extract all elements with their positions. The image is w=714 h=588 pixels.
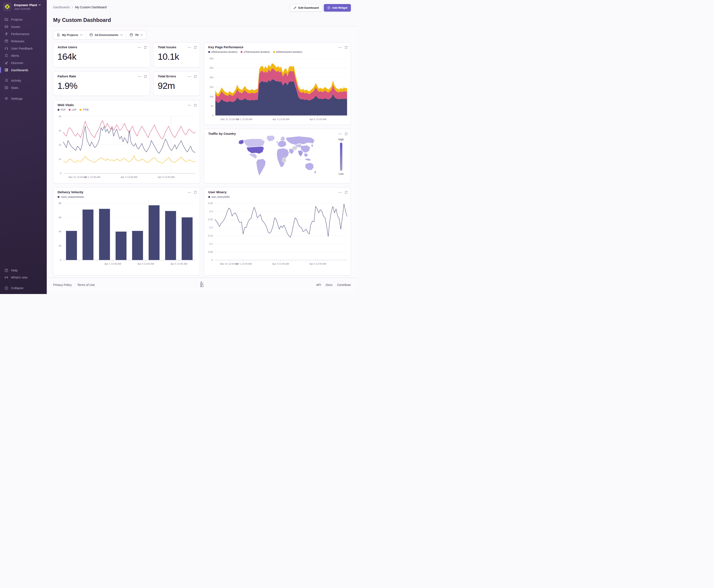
svg-text:0.05: 0.05 <box>208 251 213 253</box>
user-feedback-icon <box>4 46 8 50</box>
widget-title: Failure Rate <box>58 75 76 78</box>
chevron-down-icon <box>120 34 123 36</box>
svg-text:Apr 5 12:00 AM: Apr 5 12:00 AM <box>158 176 174 178</box>
svg-text:Apr 1 12:00 AM: Apr 1 12:00 AM <box>236 118 253 121</box>
svg-text:0.35: 0.35 <box>208 202 213 205</box>
project-file-icon <box>57 33 60 37</box>
plus-circle-icon <box>327 6 330 9</box>
breadcrumb-dashboards-link[interactable]: Dashboards <box>53 5 70 9</box>
svg-text:Apr 3 12:00 AM: Apr 3 12:00 AM <box>137 262 154 265</box>
widget-expand-button[interactable] <box>144 75 147 78</box>
sidebar-item-activity[interactable]: Activity <box>0 77 47 84</box>
active-users-card: Active Users 164k <box>53 42 150 67</box>
api-link[interactable]: API <box>316 283 321 287</box>
sidebar-item-discover[interactable]: Discover <box>0 59 47 66</box>
releases-icon <box>4 39 8 43</box>
sentry-logo-icon <box>199 280 204 288</box>
sidebar-item-user-feedback[interactable]: User Feedback <box>0 45 47 52</box>
sidebar-item-whats-new[interactable]: What's new <box>0 274 47 281</box>
widget-menu-button[interactable] <box>339 132 342 135</box>
sidebar-item-dashboards[interactable]: Dashboards <box>0 66 47 74</box>
svg-text:Apr 1 12:00 AM: Apr 1 12:00 AM <box>84 176 100 178</box>
svg-text:0.2: 0.2 <box>210 226 213 229</box>
svg-text:20: 20 <box>59 245 61 247</box>
expand-icon <box>345 132 348 135</box>
org-name: Empower Plant <box>14 3 41 7</box>
svg-text:0: 0 <box>60 172 61 174</box>
delivery-velocity-chart: 020406080Apr 1 12:00 AMApr 3 12:00 AMApr… <box>53 188 200 275</box>
svg-text:Apr 3 12:00 AM: Apr 3 12:00 AM <box>273 118 289 121</box>
sidebar-item-projects[interactable]: Projects <box>0 16 47 23</box>
svg-text:0: 0 <box>60 259 61 261</box>
sidebar-item-releases[interactable]: Releases <box>0 37 47 45</box>
delivery-velocity-card: Delivery Velocity count_unique(release) … <box>53 187 200 275</box>
expand-icon <box>194 46 197 49</box>
chevron-right-icon <box>72 6 73 8</box>
issues-icon <box>4 25 8 28</box>
widget-menu-button[interactable] <box>188 75 191 78</box>
performance-icon <box>4 32 8 36</box>
svg-text:0.3: 0.3 <box>210 210 213 213</box>
sidebar-item-performance[interactable]: Performance <box>0 30 47 37</box>
discover-icon <box>4 61 8 65</box>
svg-text:2s: 2s <box>59 144 61 146</box>
sentry-dashboard-app: Empower Plant Jane Schmidt Projects Issu… <box>0 0 357 294</box>
svg-text:40: 40 <box>59 230 61 233</box>
privacy-policy-link[interactable]: Privacy Policy <box>53 283 72 287</box>
sidebar-item-settings[interactable]: Settings <box>0 95 47 102</box>
collapse-icon <box>4 286 8 290</box>
org-switcher[interactable]: Empower Plant Jane Schmidt <box>3 3 45 11</box>
org-logo <box>3 3 12 11</box>
sidebar-item-alerts[interactable]: Alerts <box>0 52 47 59</box>
widget-expand-button[interactable] <box>194 75 197 78</box>
total-issues-value: 10.1k <box>158 51 179 62</box>
svg-text:Apr 5 12:00 AM: Apr 5 12:00 AM <box>170 262 187 265</box>
add-widget-button[interactable]: Add Widget <box>324 4 351 12</box>
svg-text:3s: 3s <box>59 129 61 132</box>
sidebar-item-help[interactable]: Help <box>0 267 47 274</box>
contribute-link[interactable]: Contribute <box>337 283 351 287</box>
chart-legend: count_unique(release) <box>58 195 84 198</box>
total-errors-card: Total Errors 92m <box>153 71 200 96</box>
sidebar-item-stats[interactable]: Stats <box>0 84 47 91</box>
svg-text:20s: 20s <box>210 76 214 79</box>
widget-title: Traffic by Country <box>208 132 236 135</box>
header-actions: Edit Dashboard Add Widget <box>290 4 351 12</box>
expand-icon <box>144 75 147 78</box>
widget-expand-button[interactable] <box>194 46 197 49</box>
edit-dashboard-button[interactable]: Edit Dashboard <box>290 4 322 12</box>
project-filter[interactable]: My Projects <box>53 30 86 39</box>
widget-menu-button[interactable] <box>138 75 141 78</box>
web-vitals-card: Web Vitals FCPLCPTTFB 01s2s3s4sMar 31 12… <box>53 100 200 184</box>
sidebar-collapse-button[interactable]: Collapse <box>0 285 47 291</box>
map-legend-gradient <box>340 143 342 171</box>
traffic-by-country-card: Traffic by Country <box>204 129 351 184</box>
svg-text:1s: 1s <box>59 158 61 160</box>
widget-menu-button[interactable] <box>138 46 141 49</box>
failure-rate-card: Failure Rate 1.9% <box>53 71 150 96</box>
map-legend: High Low <box>336 138 346 175</box>
svg-text:Apr 1 12:00 AM: Apr 1 12:00 AM <box>235 262 252 265</box>
alerts-icon <box>4 54 8 57</box>
projects-icon <box>4 17 8 21</box>
docs-link[interactable]: Docs <box>326 283 332 287</box>
terms-of-use-link[interactable]: Terms of Use <box>77 283 94 287</box>
date-range-filter[interactable]: 7D <box>126 30 146 39</box>
expand-icon <box>194 75 197 78</box>
widget-expand-button[interactable] <box>144 46 147 49</box>
sidebar: Empower Plant Jane Schmidt Projects Issu… <box>0 0 47 294</box>
stats-icon <box>4 86 8 89</box>
active-users-value: 164k <box>57 51 76 62</box>
widget-title: Active Users <box>58 45 77 49</box>
world-map <box>235 134 316 180</box>
filter-bar: My Projects All Environments 7D <box>53 30 146 40</box>
widget-title: Total Issues <box>158 45 176 49</box>
calendar-icon <box>130 33 133 37</box>
sidebar-item-issues[interactable]: Issues <box>0 23 47 30</box>
widget-expand-button[interactable] <box>345 132 348 135</box>
breadcrumb-current: My Custom Dashboard <box>75 5 106 9</box>
svg-text:Apr 3 12:00 AM: Apr 3 12:00 AM <box>272 262 289 265</box>
environment-filter[interactable]: All Environments <box>86 30 126 39</box>
widget-menu-button[interactable] <box>188 46 191 49</box>
chevron-down-icon <box>80 34 83 36</box>
